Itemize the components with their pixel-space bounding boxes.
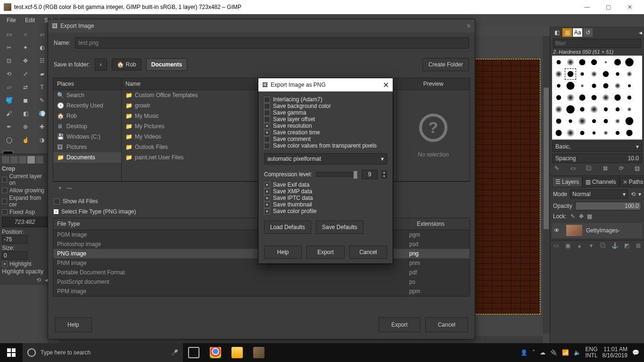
filetype-row[interactable]: PostScript documentps: [53, 277, 470, 287]
brush-cell[interactable]: [624, 57, 635, 68]
export-export-button[interactable]: Export: [379, 317, 421, 332]
tab-patterns-icon[interactable]: ▦: [562, 28, 572, 37]
tab-fonts-icon[interactable]: Aa: [573, 28, 582, 37]
lock-alpha-icon[interactable]: ▦: [586, 213, 593, 220]
add-place-icon[interactable]: +: [58, 185, 62, 191]
opt-tab-2[interactable]: [10, 156, 18, 164]
tool-heal[interactable]: ✚: [35, 121, 49, 133]
tool-rect-select[interactable]: ▭: [2, 28, 16, 41]
brush-cell[interactable]: [600, 92, 611, 103]
opt-tab-5[interactable]: [36, 156, 43, 164]
menu-edit[interactable]: Edit: [20, 15, 40, 25]
tool-blur[interactable]: ◯: [2, 134, 16, 146]
mode-menu-icon[interactable]: [638, 191, 641, 197]
layer-group-icon[interactable]: ▣: [564, 242, 571, 249]
opt-tab-4[interactable]: [27, 156, 35, 164]
brush-cell[interactable]: [565, 115, 576, 127]
brush-cell[interactable]: [612, 57, 623, 68]
tool-free-select[interactable]: ▱: [35, 28, 49, 41]
brush-cell[interactable]: [577, 68, 588, 80]
brush-cell[interactable]: [624, 80, 635, 91]
brush-cell[interactable]: [577, 115, 588, 127]
tool-text[interactable]: T: [35, 81, 49, 93]
brush-cell[interactable]: [624, 127, 635, 139]
tool-rotate[interactable]: ⟲: [2, 68, 16, 80]
mic-icon[interactable]: 🎤: [171, 349, 178, 356]
opacity-slider[interactable]: 100.0: [575, 202, 641, 210]
tool-crop[interactable]: ⊡: [2, 55, 16, 67]
tool-ellipse-select[interactable]: ○: [18, 28, 33, 41]
task-view-icon[interactable]: [183, 343, 205, 362]
brush-cell[interactable]: [565, 80, 576, 91]
brush-cell[interactable]: [577, 92, 588, 103]
start-button[interactable]: [0, 343, 23, 362]
compression-up[interactable]: ▴: [381, 171, 387, 174]
explorer-icon[interactable]: [226, 343, 248, 362]
chk-fixed[interactable]: [2, 209, 8, 215]
pixelformat-select[interactable]: automatic pixelformat: [264, 153, 387, 165]
compression-down[interactable]: ▾: [381, 174, 387, 178]
merge-layer-icon[interactable]: ⚓: [611, 242, 619, 249]
brush-cell[interactable]: [612, 104, 623, 115]
brush-cell[interactable]: [624, 68, 635, 80]
brush-cell[interactable]: [553, 68, 564, 80]
tray-people-icon[interactable]: 👤: [520, 349, 528, 356]
tool-scale[interactable]: ⤢: [18, 68, 33, 80]
tool-clone[interactable]: ⊕: [18, 121, 33, 133]
place-item[interactable]: 🖥Desktop: [53, 121, 121, 132]
filetype-row[interactable]: PPM imageppm: [53, 287, 470, 296]
brush-cell[interactable]: [600, 115, 611, 127]
tool-paintbrush[interactable]: 🖌: [2, 107, 16, 120]
brush-spacing[interactable]: Spacing10.0: [552, 154, 642, 163]
brush-cell[interactable]: [577, 104, 588, 115]
refresh-brush-icon[interactable]: ⟳: [618, 165, 625, 172]
tab-channels[interactable]: ▥Channels: [582, 177, 619, 187]
brush-cell[interactable]: [553, 57, 564, 68]
brush-cell[interactable]: [600, 104, 611, 115]
tool-smudge[interactable]: ☝: [18, 134, 33, 146]
mode-select[interactable]: Normal: [570, 189, 628, 199]
tray-onedrive-icon[interactable]: ☁: [540, 349, 545, 356]
tab-layers[interactable]: ☰Layers: [552, 177, 582, 187]
new-brush-icon[interactable]: ▭: [569, 165, 577, 172]
lower-layer-icon[interactable]: ▾: [587, 242, 595, 249]
visibility-icon[interactable]: 👁: [554, 227, 562, 234]
brush-cell[interactable]: [565, 127, 576, 139]
new-layer-icon[interactable]: ▭: [552, 242, 560, 249]
dialog-close-icon[interactable]: ✕: [466, 23, 471, 29]
brush-cell[interactable]: [577, 80, 588, 91]
export-help-button[interactable]: Help: [55, 317, 92, 332]
brush-cell[interactable]: [565, 57, 576, 68]
opt-tab-3[interactable]: [19, 156, 26, 164]
png-cancel-button[interactable]: Cancel: [349, 246, 387, 259]
tool-gradient[interactable]: ◼: [18, 94, 33, 107]
lock-pixels-icon[interactable]: ✎: [570, 213, 576, 220]
brush-cell[interactable]: [565, 68, 576, 80]
tab-history-icon[interactable]: ↺: [583, 28, 593, 37]
tool-bucket[interactable]: 🪣: [2, 94, 16, 107]
tool-ink[interactable]: ✒: [2, 121, 16, 133]
tool-perspective[interactable]: ▱: [2, 81, 16, 93]
tool-airbrush[interactable]: 💨: [35, 107, 49, 120]
tool-flip[interactable]: ⇄: [18, 81, 33, 93]
mask-layer-icon[interactable]: ◩: [623, 242, 630, 249]
brush-filter-input[interactable]: [553, 39, 641, 48]
minimize-button[interactable]: —: [577, 0, 598, 14]
place-item[interactable]: 📁Documents: [53, 152, 121, 163]
path-back-button[interactable]: ‹: [95, 58, 107, 71]
brush-cell[interactable]: [612, 115, 623, 127]
checkbox[interactable]: [264, 123, 270, 129]
export-cancel-button[interactable]: Cancel: [425, 317, 468, 332]
tool-scissors[interactable]: ✂: [2, 41, 16, 54]
png-export-button[interactable]: Export: [306, 246, 344, 259]
save-defaults-button[interactable]: Save Defaults: [316, 221, 363, 234]
checkbox[interactable]: [264, 103, 270, 109]
tray-wifi-icon[interactable]: 📶: [562, 349, 569, 356]
gimp-taskbar-icon[interactable]: [248, 343, 270, 362]
place-item[interactable]: 🏠Rob: [53, 111, 121, 121]
layer-item[interactable]: 👁 GettyImages-: [552, 223, 642, 238]
brush-cell[interactable]: [553, 80, 564, 91]
tab-brushes-icon[interactable]: ◧: [552, 28, 561, 37]
place-item[interactable]: 💾Windows (C:): [53, 132, 121, 142]
checkbox[interactable]: [264, 116, 270, 123]
